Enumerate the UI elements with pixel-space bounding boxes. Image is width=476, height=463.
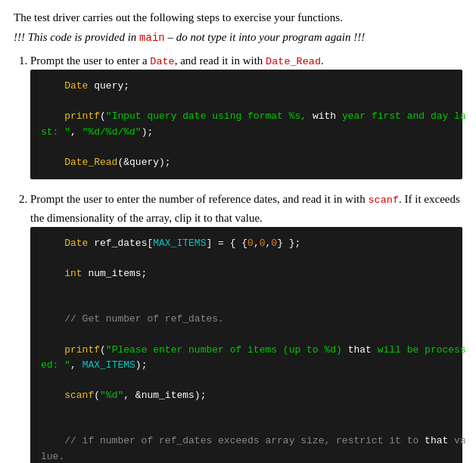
step-2-label: Prompt the user to enter the number of r… [30,193,460,224]
date-read-code: Date_Read [266,56,321,67]
italic-pre: !!! This code is provided in [14,31,139,43]
step-1: Prompt the user to enter a Date, and rea… [30,51,462,179]
scanf-code: scanf [369,194,400,206]
main-keyword: main [139,32,165,44]
code-block-2: Date ref_dates[MAX_ITEMS] = { {0,0,0} };… [30,227,462,463]
step-1-label: Prompt the user to enter a Date, and rea… [30,54,324,67]
step-2: Prompt the user to enter the number of r… [30,190,462,463]
italic-post: – do not type it into your program again… [165,31,365,43]
date-code: Date [150,56,174,67]
intro-line2: !!! This code is provided in main – do n… [14,31,462,44]
code-block-1: Date query; printf("Input query date usi… [30,70,462,179]
intro-line1: The test driver carries out the followin… [14,9,462,26]
